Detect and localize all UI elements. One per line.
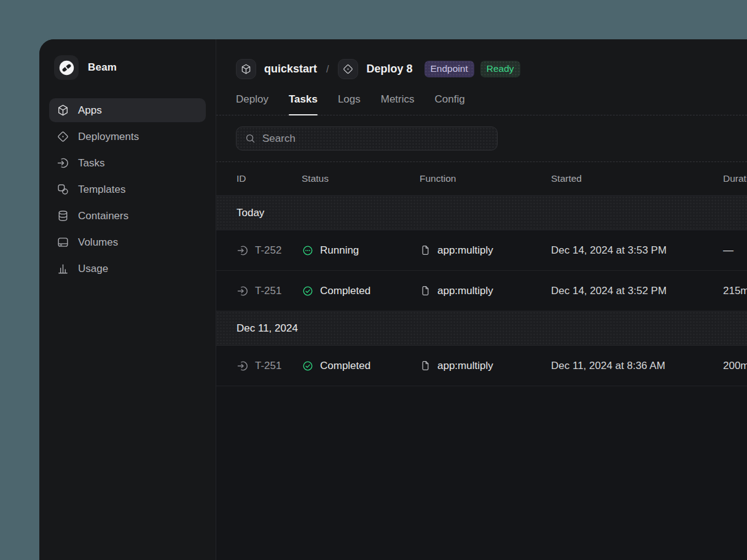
task-started: Dec 14, 2024 at 3:52 PM: [551, 285, 667, 297]
tab-bar: DeployTasksLogsMetricsConfig: [236, 93, 747, 115]
task-duration-cell: 200ms: [723, 360, 747, 372]
completed-status-icon: [302, 360, 314, 372]
task-status-cell: Completed: [302, 285, 420, 297]
arrow-circle-icon: [237, 360, 249, 372]
task-id-cell: T-251: [237, 285, 302, 297]
task-row[interactable]: T-252Runningapp:multiplyDec 14, 2024 at …: [216, 230, 747, 271]
column-header-function: Function: [420, 173, 551, 184]
sidebar-item-label: Volumes: [78, 236, 118, 249]
task-status: Running: [320, 244, 359, 257]
sidebar-item-containers[interactable]: Containers: [49, 204, 206, 228]
group-label: Dec 11, 2024: [237, 322, 298, 335]
task-duration: 215ms: [723, 285, 747, 297]
tab-deploy[interactable]: Deploy: [236, 93, 268, 115]
column-header-status: Status: [302, 173, 420, 184]
brand[interactable]: Beam: [49, 54, 206, 81]
drive-icon: [57, 236, 69, 249]
arrow-circle-icon: [57, 157, 69, 169]
sidebar-item-label: Containers: [78, 210, 128, 222]
column-header-duration: Duration: [723, 173, 747, 184]
task-status-cell: Running: [302, 244, 420, 257]
task-started-cell: Dec 14, 2024 at 3:53 PM: [551, 244, 723, 257]
task-function: app:multiply: [437, 244, 493, 257]
file-icon: [420, 360, 431, 371]
ready-badge: Ready: [480, 61, 520, 77]
file-icon: [420, 285, 431, 297]
chart-icon: [57, 262, 69, 275]
breadcrumb-app-name[interactable]: quickstart: [264, 63, 317, 76]
table-header-row: IDStatusFunctionStartedDuration: [216, 162, 747, 196]
group-label: Today: [237, 207, 264, 219]
file-icon: [420, 244, 431, 256]
task-function: app:multiply: [437, 360, 493, 372]
group-row: Today: [216, 196, 747, 230]
task-id-cell: T-252: [237, 244, 302, 257]
sidebar-item-usage[interactable]: Usage: [49, 257, 206, 281]
search-icon: [244, 133, 256, 144]
search-section: [216, 115, 747, 162]
templates-icon: [57, 183, 69, 196]
tab-tasks[interactable]: Tasks: [289, 93, 318, 115]
sidebar-item-label: Templates: [78, 184, 125, 196]
breadcrumb-deployment-name[interactable]: Deploy 8: [366, 63, 412, 76]
search-input[interactable]: [262, 133, 489, 145]
sidebar: Beam AppsDeploymentsTasksTemplatesContai…: [39, 39, 216, 560]
app-window: Beam AppsDeploymentsTasksTemplatesContai…: [39, 39, 747, 560]
task-id: T-252: [255, 244, 281, 257]
database-icon: [57, 209, 69, 222]
running-status-icon: [302, 244, 314, 257]
task-duration: —: [723, 244, 733, 257]
task-started-cell: Dec 14, 2024 at 3:52 PM: [551, 285, 723, 297]
cube-icon: [57, 104, 69, 117]
task-status-cell: Completed: [302, 360, 420, 372]
task-function-cell: app:multiply: [420, 285, 551, 297]
sidebar-item-live-support[interactable]: Live Support: [49, 554, 206, 560]
task-function-cell: app:multiply: [420, 360, 551, 372]
task-row[interactable]: T-251Completedapp:multiplyDec 14, 2024 a…: [216, 271, 747, 311]
endpoint-badge: Endpoint: [424, 61, 474, 77]
column-header-started: Started: [551, 173, 723, 184]
arrow-circle-icon: [237, 285, 249, 297]
tab-metrics[interactable]: Metrics: [381, 93, 415, 115]
table-empty-area: [216, 386, 747, 560]
task-started: Dec 14, 2024 at 3:53 PM: [551, 244, 667, 257]
sidebar-item-apps[interactable]: Apps: [49, 98, 206, 122]
task-duration-cell: —: [723, 244, 747, 257]
sidebar-item-label: Apps: [78, 104, 102, 117]
sidebar-item-volumes[interactable]: Volumes: [49, 230, 206, 254]
main-panel: quickstart / Deploy 8 EndpointReady Depl…: [216, 39, 747, 560]
task-duration: 200ms: [723, 360, 747, 372]
column-header-id: ID: [237, 173, 302, 184]
sidebar-item-label: Usage: [78, 263, 108, 275]
diamond-icon: [57, 130, 69, 143]
search-box[interactable]: [236, 126, 498, 150]
breadcrumb: quickstart / Deploy 8 EndpointReady: [236, 59, 747, 79]
task-status: Completed: [320, 285, 370, 297]
brand-name: Beam: [88, 61, 117, 74]
beam-logo-icon: [54, 55, 79, 80]
table-body: TodayT-252Runningapp:multiplyDec 14, 202…: [216, 196, 747, 386]
sidebar-item-deployments[interactable]: Deployments: [49, 125, 206, 149]
task-function: app:multiply: [437, 285, 493, 297]
sidebar-item-label: Deployments: [78, 131, 139, 143]
deployment-diamond-icon[interactable]: [338, 59, 358, 79]
tab-logs[interactable]: Logs: [338, 93, 361, 115]
sidebar-item-templates[interactable]: Templates: [49, 177, 206, 201]
task-duration-cell: 215ms: [723, 285, 747, 297]
task-id: T-251: [255, 360, 281, 372]
arrow-circle-icon: [237, 244, 249, 257]
app-cube-icon[interactable]: [236, 59, 256, 79]
task-id: T-251: [255, 285, 281, 297]
group-row: Dec 11, 2024: [216, 311, 747, 346]
sidebar-item-label: Tasks: [78, 157, 104, 169]
breadcrumb-separator: /: [326, 64, 329, 75]
completed-status-icon: [302, 285, 314, 297]
sidebar-item-tasks[interactable]: Tasks: [49, 151, 206, 175]
task-started: Dec 11, 2024 at 8:36 AM: [551, 360, 665, 372]
task-row[interactable]: T-251Completedapp:multiplyDec 11, 2024 a…: [216, 346, 747, 386]
task-status: Completed: [320, 360, 370, 372]
topbar: quickstart / Deploy 8 EndpointReady Depl…: [216, 39, 747, 115]
task-started-cell: Dec 11, 2024 at 8:36 AM: [551, 360, 723, 372]
tab-config[interactable]: Config: [435, 93, 465, 115]
badge-list: EndpointReady: [421, 61, 520, 77]
